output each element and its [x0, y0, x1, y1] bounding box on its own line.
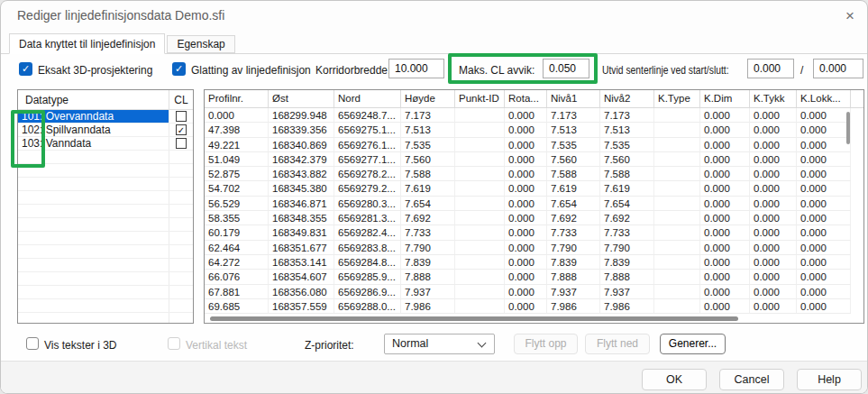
table-row[interactable]: 49.221168340.8696569276.1...7.5350.0007.…	[205, 138, 863, 152]
table-cell	[654, 138, 700, 152]
datatype-column-header[interactable]: Datatype	[18, 90, 169, 109]
table-row[interactable]: 66.076168354.6076569285.9...7.8880.0007.…	[205, 270, 863, 284]
vertical-scrollbar-thumb[interactable]	[846, 112, 850, 144]
table-cell: 0.000	[700, 299, 750, 314]
table-cell: 54.702	[205, 181, 269, 196]
table-row[interactable]: 0.000168299.9486569248.7...7.1730.0007.1…	[205, 108, 863, 123]
show-texts-3d-checkbox[interactable]	[26, 337, 39, 350]
cl-column-header[interactable]: CL	[169, 90, 193, 109]
table-cell: 168340.869	[269, 138, 334, 152]
tab-strip: Data knyttet til linjedefinisjon Egenska…	[1, 33, 867, 54]
vertical-text-checkbox[interactable]	[168, 337, 180, 350]
table-cell: 0.000	[750, 255, 797, 270]
table-row[interactable]: 62.464168351.6776569283.8...7.7900.0007.…	[205, 241, 863, 255]
datatype-list-item[interactable]: 101: Overvanndata	[18, 110, 193, 124]
extend-end-input[interactable]	[813, 59, 863, 78]
extend-start-input[interactable]	[747, 59, 794, 78]
table-row[interactable]: 56.529168346.8716569280.3...7.6540.0007.…	[205, 197, 863, 211]
table-cell: 168356.080	[269, 285, 334, 299]
table-row[interactable]: 54.702168345.3806569279.2...7.6190.0007.…	[205, 181, 863, 196]
datatype-item-label[interactable]: 101: Overvanndata	[18, 110, 169, 123]
table-cell: 7.513	[401, 123, 455, 137]
max-cl-deviation-input[interactable]	[543, 59, 589, 78]
smoothing-label: Glatting av linjedefinisjon	[191, 64, 311, 77]
table-cell	[654, 197, 700, 211]
column-header[interactable]: Høyde	[401, 90, 455, 107]
table-cell: 6569276.1...	[334, 138, 401, 152]
datatype-item-label[interactable]: 102: Spillvanndata	[18, 124, 169, 136]
empty-cell	[169, 151, 193, 163]
generate-button[interactable]: Generer...	[660, 334, 726, 354]
table-cell: 7.560	[600, 152, 654, 167]
cl-checkbox[interactable]: ✓	[176, 124, 187, 135]
empty-cell	[18, 164, 169, 177]
extend-separator: /	[800, 64, 803, 77]
column-header[interactable]: Punkt-ID	[455, 90, 505, 107]
table-row[interactable]: 67.881168356.0806569286.9...7.9370.0007.…	[205, 285, 863, 299]
empty-cell	[169, 259, 193, 271]
table-row[interactable]: 58.355168348.3556569281.3...7.6920.0007.…	[205, 211, 863, 225]
z-priority-select[interactable]: Normal	[384, 334, 495, 354]
column-header[interactable]: Øst	[269, 90, 334, 107]
empty-cell	[169, 272, 193, 285]
table-row[interactable]: 69.685168357.5596569288.0...7.9860.0007.…	[205, 299, 863, 314]
cl-checkbox[interactable]	[176, 111, 187, 122]
table-cell: 6569286.9...	[334, 285, 401, 299]
column-header[interactable]: K.Dim	[700, 90, 750, 107]
column-header[interactable]: Nivå2	[600, 90, 654, 107]
tab-egenskap[interactable]: Egenskap	[167, 35, 234, 53]
table-cell: 67.881	[205, 285, 269, 299]
table-cell: 0.000	[700, 123, 750, 137]
table-body: 0.000168299.9486569248.7...7.1730.0007.1…	[205, 108, 863, 314]
horizontal-scrollbar-thumb[interactable]	[210, 316, 738, 321]
exact-3d-checkbox[interactable]: ✓	[19, 62, 32, 76]
table-cell	[654, 152, 700, 167]
table-row[interactable]: 47.398168339.3566569275.1...7.5130.0007.…	[205, 123, 863, 137]
table-cell	[455, 285, 505, 299]
cancel-button[interactable]: Cancel	[719, 369, 784, 390]
datatype-list-item[interactable]: 102: Spillvanndata✓	[18, 124, 193, 137]
table-cell	[654, 211, 700, 225]
ok-button[interactable]: OK	[642, 369, 707, 390]
column-header[interactable]: K.Type	[654, 90, 700, 107]
tab-data-knyttet-til-linjedefinisjon[interactable]: Data knyttet til linjedefinisjon	[9, 33, 165, 54]
column-header[interactable]: K.Tykk	[750, 90, 797, 107]
table-cell: 168343.882	[269, 167, 334, 181]
corridor-width-input[interactable]	[388, 59, 444, 78]
datatype-empty-row	[18, 259, 193, 272]
dialog-rediger-linjedefinisjonsdata: Rediger linjedefinisjonsdata Demo.sfi × …	[0, 0, 868, 394]
move-down-button[interactable]: Flytt ned	[585, 334, 650, 354]
column-header[interactable]: K.Lokk...	[797, 90, 851, 107]
table-row[interactable]: 52.875168343.8826569278.2...7.5880.0007.…	[205, 167, 863, 181]
datatype-empty-row	[18, 272, 193, 286]
close-icon[interactable]: ×	[838, 5, 862, 27]
table-cell	[455, 270, 505, 284]
table-cell: 7.654	[600, 197, 654, 211]
table-cell: 0.000	[700, 255, 750, 270]
datatype-list-item[interactable]: 103: Vanndata	[18, 137, 193, 151]
move-up-button[interactable]: Flytt opp	[514, 334, 578, 354]
table-cell: 7.692	[547, 211, 600, 225]
smoothing-checkbox[interactable]: ✓	[172, 62, 186, 76]
window-title: Rediger linjedefinisjonsdata Demo.sfi	[17, 8, 224, 23]
table-cell: 168349.831	[269, 225, 334, 240]
table-row[interactable]: 51.049168342.3796569277.1...7.5600.0007.…	[205, 152, 863, 167]
table-cell: 7.654	[547, 197, 600, 211]
column-header[interactable]: Nord	[334, 90, 401, 107]
cl-cell	[169, 110, 193, 123]
table-cell	[654, 270, 700, 284]
column-header[interactable]: Profilnr.	[205, 90, 269, 107]
datatype-empty-row	[18, 245, 193, 259]
table-cell: 0.000	[750, 123, 797, 137]
datatype-item-label[interactable]: 103: Vanndata	[18, 137, 169, 150]
table-cell: 49.221	[205, 138, 269, 152]
column-header[interactable]: Nivå1	[547, 90, 600, 107]
table-row[interactable]: 64.272168353.1416569284.8...7.8390.0007.…	[205, 255, 863, 270]
cl-checkbox[interactable]	[176, 138, 187, 149]
table-cell: 0.000	[750, 181, 797, 196]
table-cell: 7.986	[401, 299, 455, 314]
column-header[interactable]: Rota...	[505, 90, 547, 107]
table-row[interactable]: 60.179168349.8316569282.4...7.7330.0007.…	[205, 225, 863, 240]
table-cell: 0.000	[700, 211, 750, 225]
help-button[interactable]: Help	[797, 369, 862, 390]
